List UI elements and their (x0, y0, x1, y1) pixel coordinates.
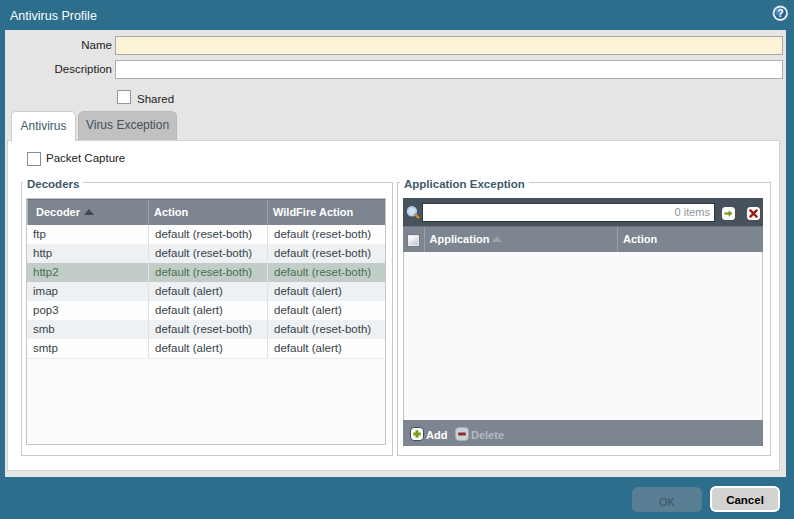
svg-text:?: ? (777, 7, 783, 19)
